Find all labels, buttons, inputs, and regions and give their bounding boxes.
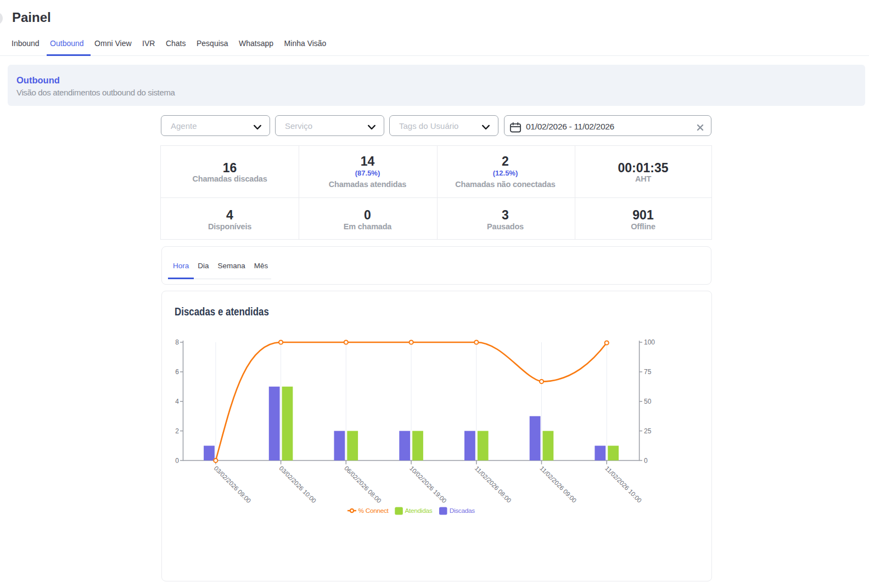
svg-text:Atendidas: Atendidas (405, 507, 433, 514)
svg-text:03/02/2026 09:00: 03/02/2026 09:00 (213, 465, 253, 504)
svg-text:10/02/2026 19:00: 10/02/2026 19:00 (408, 465, 448, 504)
svg-text:0: 0 (175, 457, 179, 465)
svg-text:11/02/2026 10:00: 11/02/2026 10:00 (604, 465, 643, 504)
svg-text:4: 4 (175, 398, 179, 405)
svg-text:0: 0 (644, 457, 648, 465)
svg-text:03/02/2026 10:00: 03/02/2026 10:00 (278, 465, 317, 504)
svg-text:06/02/2026 08:00: 06/02/2026 08:00 (343, 465, 383, 504)
svg-text:75: 75 (644, 368, 652, 376)
svg-text:100: 100 (644, 338, 655, 346)
svg-text:25: 25 (644, 427, 652, 435)
svg-text:11/02/2026 09:00: 11/02/2026 09:00 (539, 465, 578, 504)
svg-text:11/02/2026 08:00: 11/02/2026 08:00 (473, 465, 512, 504)
svg-text:50: 50 (644, 398, 652, 405)
svg-text:Discadas: Discadas (450, 507, 475, 514)
svg-text:6: 6 (175, 368, 179, 376)
svg-text:% Connect: % Connect (358, 507, 389, 514)
svg-text:8: 8 (175, 338, 179, 346)
svg-text:2: 2 (175, 427, 179, 435)
